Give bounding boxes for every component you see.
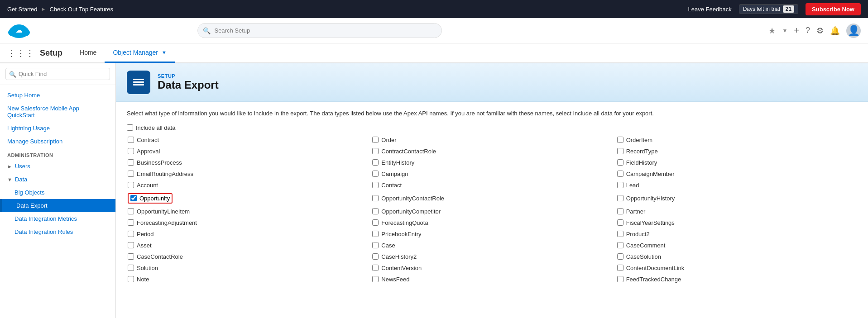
avatar[interactable]: 👤: [846, 24, 861, 38]
item-checkbox-opportunityhistory[interactable]: [617, 195, 623, 201]
item-checkbox-contentversion[interactable]: [372, 265, 379, 271]
subscribe-now-button[interactable]: Subscribe Now: [806, 3, 861, 15]
checkbox-item: Case: [371, 240, 612, 251]
item-label-feedtrackedchange: FeedTrackedChange: [626, 276, 681, 283]
item-checkbox-product2[interactable]: [617, 231, 623, 237]
item-checkbox-casesolution[interactable]: [617, 253, 623, 260]
sidebar-item-lightning-usage[interactable]: Lightning Usage: [0, 122, 115, 135]
item-checkbox-fieldhistory[interactable]: [617, 159, 623, 166]
item-checkbox-opportunitylineitem[interactable]: [128, 208, 134, 214]
days-left-label: Days left in trial: [743, 6, 780, 12]
setup-header-text: SETUP Data Export: [158, 73, 219, 91]
item-checkbox-contact[interactable]: [372, 182, 379, 188]
item-label-campaign: Campaign: [381, 171, 408, 177]
item-checkbox-account[interactable]: [128, 182, 134, 188]
item-checkbox-order[interactable]: [372, 137, 379, 143]
admin-section-header: ADMINISTRATION: [0, 148, 115, 160]
item-checkbox-opportunitycontactrole[interactable]: [372, 195, 379, 201]
get-started-link[interactable]: Get Started: [7, 6, 37, 13]
sidebar-item-manage-subscription[interactable]: Manage Subscription: [0, 135, 115, 148]
star-icon[interactable]: ★: [768, 26, 776, 36]
item-checkbox-casecontactrole[interactable]: [128, 253, 134, 260]
item-checkbox-orderitem[interactable]: [617, 137, 623, 143]
item-checkbox-emailroutingaddress[interactable]: [128, 171, 134, 177]
sidebar-item-data-export[interactable]: Data Export: [0, 199, 115, 212]
item-checkbox-newsfeed[interactable]: [372, 276, 379, 282]
item-checkbox-businessprocess[interactable]: [128, 159, 134, 166]
item-checkbox-case[interactable]: [372, 242, 379, 248]
item-label-orderitem: OrderItem: [626, 137, 653, 143]
sidebar-item-data-integration-metrics[interactable]: Data Integration Metrics: [0, 212, 115, 225]
item-label-opportunityhistory: OpportunityHistory: [626, 195, 675, 202]
svg-rect-6: [133, 81, 144, 83]
favorites-dropdown-icon[interactable]: ▼: [782, 28, 787, 34]
item-checkbox-campaignmember[interactable]: [617, 171, 623, 177]
item-checkbox-entityhistory[interactable]: [372, 159, 379, 166]
item-checkbox-casehistory2[interactable]: [372, 253, 379, 260]
quick-find-input[interactable]: [5, 68, 110, 80]
item-label-case: Case: [381, 242, 395, 249]
item-label-casehistory2: CaseHistory2: [381, 253, 417, 260]
item-checkbox-solution[interactable]: [128, 265, 134, 271]
search-input[interactable]: [197, 23, 442, 38]
checkbox-item: CampaignMember: [616, 169, 857, 179]
item-checkbox-contentdocumentlink[interactable]: [617, 265, 623, 271]
top-banner-right: Leave Feedback Days left in trial 21 Sub…: [688, 3, 861, 15]
opportunity-checkbox[interactable]: [130, 195, 137, 201]
checkbox-item: OpportunityHistory: [616, 191, 857, 205]
item-checkbox-period[interactable]: [128, 231, 134, 237]
include-all-checkbox[interactable]: [127, 124, 133, 131]
search-bar: 🔍: [197, 23, 442, 38]
checkbox-item: FiscalYearSettings: [616, 218, 857, 228]
checkbox-item: RecordType: [616, 146, 857, 157]
checkbox-item: Asset: [127, 240, 368, 251]
checkbox-item: CaseContactRole: [127, 252, 368, 262]
item-checkbox-forecastingquota[interactable]: [372, 219, 379, 226]
item-checkbox-casecomment[interactable]: [617, 242, 623, 248]
item-label-forecastingquota: ForecastingQuota: [381, 219, 428, 226]
item-checkbox-recordtype[interactable]: [617, 148, 623, 154]
item-checkbox-partner[interactable]: [617, 208, 623, 214]
sidebar-group-data[interactable]: ▼ Data: [0, 173, 115, 186]
export-description: Select what type of information you woul…: [127, 109, 857, 118]
item-checkbox-feedtrackedchange[interactable]: [617, 276, 623, 282]
item-checkbox-pricebookentry[interactable]: [372, 231, 379, 237]
tab-object-manager[interactable]: Object Manager ▼: [105, 43, 175, 63]
sidebar-item-big-objects[interactable]: Big Objects: [0, 186, 115, 199]
add-icon[interactable]: +: [794, 25, 799, 36]
item-checkbox-asset[interactable]: [128, 242, 134, 248]
item-label-recordtype: RecordType: [626, 148, 658, 155]
app-launcher-icon[interactable]: ⋮⋮⋮: [7, 47, 34, 58]
object-manager-tab-label: Object Manager ▼: [113, 49, 167, 56]
item-checkbox-contractcontactrole[interactable]: [372, 148, 379, 154]
sidebar-item-setup-home[interactable]: Setup Home: [0, 89, 115, 102]
help-icon[interactable]: ?: [806, 26, 810, 35]
check-out-features-link[interactable]: Check Out Top Features: [49, 6, 113, 13]
checkbox-item: Contact: [371, 180, 612, 190]
item-label-casecomment: CaseComment: [626, 242, 666, 249]
item-checkbox-forecastingadjustment[interactable]: [128, 219, 134, 226]
leave-feedback-link[interactable]: Leave Feedback: [688, 6, 732, 13]
users-arrow-icon: ►: [7, 164, 12, 169]
item-label-contract: Contract: [137, 137, 159, 143]
item-label-casecontactrole: CaseContactRole: [137, 253, 183, 260]
item-checkbox-approval[interactable]: [128, 148, 134, 154]
days-left-value: 21: [783, 5, 794, 13]
item-checkbox-opportunitycompetitor[interactable]: [372, 208, 379, 214]
item-checkbox-fiscalyearsettings[interactable]: [617, 219, 623, 226]
breadcrumb-arrow: ►: [41, 6, 46, 12]
sidebar-item-mobile-quickstart[interactable]: New Salesforce Mobile App QuickStart: [0, 102, 115, 122]
sidebar-group-users[interactable]: ► Users: [0, 160, 115, 173]
bell-icon[interactable]: 🔔: [830, 26, 840, 36]
tab-home[interactable]: Home: [72, 43, 105, 63]
item-checkbox-lead[interactable]: [617, 182, 623, 188]
gear-icon[interactable]: ⚙: [816, 26, 824, 36]
checkbox-item: Approval: [127, 146, 368, 157]
item-checkbox-campaign[interactable]: [372, 171, 379, 177]
item-checkbox-note[interactable]: [128, 276, 134, 282]
sidebar-item-data-integration-rules[interactable]: Data Integration Rules: [0, 225, 115, 238]
item-checkbox-contract[interactable]: [128, 137, 134, 143]
setup-icon-box: [127, 71, 150, 94]
salesforce-logo[interactable]: ☁: [7, 23, 31, 39]
checkbox-item: Note: [127, 274, 368, 285]
